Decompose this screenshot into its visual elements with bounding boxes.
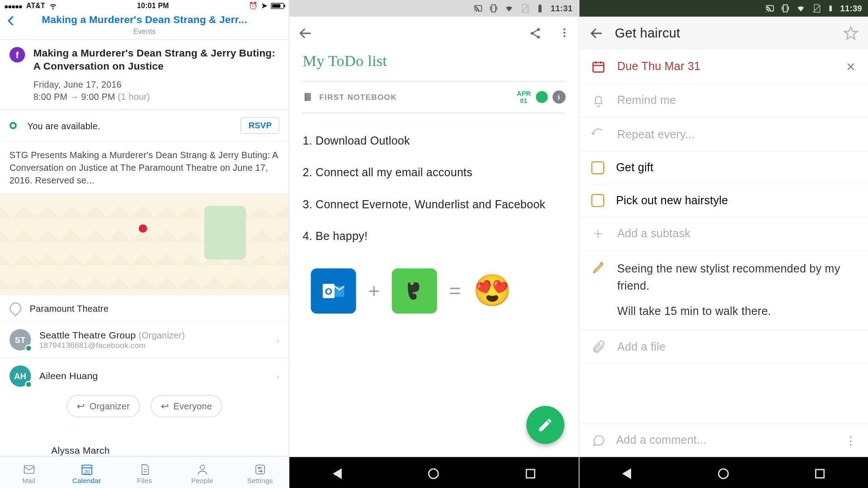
- notebook-icon: [302, 92, 313, 103]
- task-title[interactable]: Get haircut: [615, 26, 832, 41]
- back-button[interactable]: [298, 26, 313, 41]
- nav-recents[interactable]: [815, 469, 825, 479]
- availability-text: You are available.: [28, 121, 100, 131]
- nav-home[interactable]: [718, 468, 729, 479]
- reminder-alarm-icon[interactable]: [536, 91, 547, 103]
- svg-point-14: [563, 35, 565, 37]
- repeat-icon: [591, 127, 605, 142]
- facebook-avatar-icon: f: [9, 47, 25, 62]
- availability-dot-icon: [9, 122, 17, 129]
- reminder-date[interactable]: APR01: [517, 90, 531, 104]
- info-button[interactable]: i: [552, 90, 566, 103]
- vibrate-icon: [781, 4, 790, 13]
- tab-mail[interactable]: Mail: [0, 456, 58, 488]
- rsvp-button[interactable]: RSVP: [241, 117, 280, 134]
- no-sim-icon: [811, 4, 821, 13]
- clear-due-button[interactable]: ✕: [846, 60, 856, 74]
- heart-eyes-emoji-icon: 😍: [473, 273, 512, 309]
- reply-icon: ↩: [77, 401, 85, 412]
- bell-icon: [591, 94, 605, 108]
- equals-symbol: =: [449, 279, 461, 302]
- svg-rect-4: [256, 465, 264, 474]
- presence-icon: [25, 345, 32, 352]
- svg-point-13: [563, 32, 565, 33]
- svg-rect-0: [24, 465, 34, 473]
- location-row[interactable]: Paramount Theatre: [0, 295, 289, 322]
- no-sim-icon: [520, 4, 529, 13]
- event-header: f Making a Murderer's Dean Strang & Jerr…: [0, 40, 289, 109]
- edit-fab[interactable]: [526, 406, 564, 444]
- tab-calendar[interactable]: 20 Calendar: [58, 456, 116, 488]
- checkbox[interactable]: [591, 161, 604, 174]
- location-pin-icon: [7, 300, 24, 317]
- chevron-right-icon: ›: [276, 371, 279, 381]
- note-body[interactable]: 1. Download Outlook 2. Connect all my em…: [289, 113, 578, 263]
- subtask-row[interactable]: Pick out new hairstyle: [579, 184, 868, 217]
- availability-row: You are available. RSVP: [0, 110, 289, 142]
- reply-organizer-button[interactable]: ↩ Organizer: [67, 395, 140, 418]
- event-map[interactable]: [0, 194, 289, 296]
- star-button[interactable]: [843, 26, 859, 41]
- nav-bar: Making a Murderer's Dean Strang & Jerr..…: [0, 12, 289, 40]
- battery-icon: [271, 3, 284, 9]
- attendee-row[interactable]: AH Aileen Huang ›: [0, 358, 289, 389]
- list-item: 4. Be happy!: [302, 220, 565, 252]
- repeat-row[interactable]: Repeat every...: [579, 118, 868, 152]
- reply-everyone-button[interactable]: ↩ Everyone: [151, 395, 222, 418]
- comment-bar[interactable]: Add a comment... ⋮: [579, 423, 868, 457]
- svg-rect-16: [305, 93, 306, 101]
- nav-home[interactable]: [429, 468, 439, 479]
- add-subtask-row[interactable]: + Add a subtask: [579, 217, 868, 251]
- checkbox[interactable]: [591, 194, 604, 207]
- android-status-bar: 11:31: [289, 0, 578, 17]
- note-row[interactable]: Seeing the new stylist recommended by my…: [579, 251, 868, 330]
- list-item: 3. Connect Evernote, Wunderlist and Face…: [302, 188, 565, 220]
- nav-back[interactable]: [333, 468, 342, 479]
- cast-icon: [765, 4, 775, 13]
- overflow-button[interactable]: [558, 27, 570, 40]
- alarm-icon: ⏰: [249, 2, 258, 10]
- attendee-row-organizer[interactable]: ST Seattle Theatre Group (Organizer) 187…: [0, 322, 289, 358]
- files-icon: [138, 463, 151, 476]
- list-item: 1. Download Outlook: [302, 125, 565, 157]
- event-time: 8:00 PM → 9:00 PM (1 hour): [33, 92, 279, 102]
- tab-settings[interactable]: Settings: [231, 456, 289, 488]
- wifi-icon: [49, 2, 57, 10]
- nav-subtitle: Events: [6, 28, 283, 36]
- clock: 11:39: [840, 4, 862, 13]
- svg-text:20: 20: [84, 469, 90, 474]
- add-file-row[interactable]: Add a file: [579, 330, 868, 364]
- location-icon: ➤: [261, 2, 267, 10]
- comment-overflow-button[interactable]: ⋮: [845, 433, 856, 447]
- reply-bar: ↩ Organizer ↩ Everyone: [0, 389, 289, 423]
- back-button[interactable]: [5, 14, 18, 28]
- attendee-row-cut: Alyssa March: [42, 445, 119, 456]
- notebook-chip[interactable]: FIRST NOTEBOOK: [302, 92, 396, 103]
- paperclip-icon: [591, 339, 605, 354]
- map-pin-icon: [139, 224, 147, 232]
- nav-recents[interactable]: [526, 469, 535, 479]
- clock: 11:31: [551, 4, 572, 13]
- avatar: AH: [9, 366, 31, 387]
- svg-rect-19: [830, 6, 832, 11]
- back-button[interactable]: [589, 26, 604, 41]
- svg-rect-7: [538, 5, 542, 12]
- app-equation: O + = 😍: [289, 263, 578, 318]
- event-description[interactable]: STG Presents Making a Murderer's Dean St…: [0, 142, 289, 194]
- avatar: ST: [9, 329, 31, 351]
- share-button[interactable]: [528, 27, 542, 40]
- vibrate-icon: [489, 4, 498, 13]
- tab-people[interactable]: People: [173, 456, 231, 488]
- calendar-icon: 20: [80, 463, 93, 476]
- tab-files[interactable]: Files: [116, 456, 174, 488]
- reminder-row[interactable]: Remind me: [579, 84, 868, 118]
- clock: 10:01 PM: [137, 2, 169, 10]
- due-date-row[interactable]: Due Thu Mar 31 ✕: [579, 50, 868, 84]
- task-header: Get haircut: [579, 17, 868, 50]
- note-title[interactable]: My ToDo list: [289, 50, 578, 81]
- nav-back[interactable]: [623, 468, 632, 479]
- people-icon: [196, 463, 209, 476]
- subtask-row[interactable]: Get gift: [579, 152, 868, 184]
- svg-rect-20: [830, 5, 831, 6]
- outlook-app-icon: O: [311, 268, 356, 314]
